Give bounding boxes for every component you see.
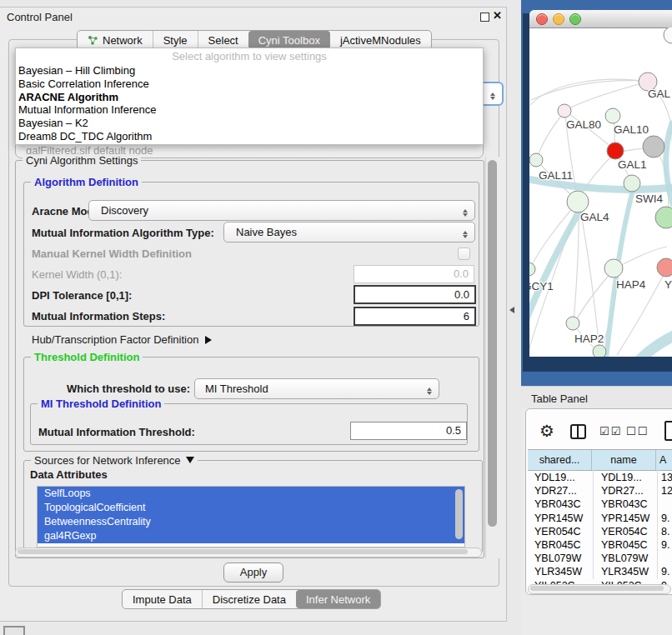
apply-button[interactable]: Apply — [223, 562, 283, 582]
network-node[interactable] — [655, 207, 672, 228]
network-window-titlebar[interactable] — [529, 10, 672, 28]
network-node[interactable] — [657, 258, 672, 277]
network-edge-thick[interactable] — [666, 123, 672, 204]
network-edge-thick[interactable] — [639, 334, 672, 357]
tab-jactivemnodules[interactable]: jActiveMNodules — [330, 31, 431, 49]
column-header-name[interactable]: name — [592, 450, 656, 470]
network-node[interactable] — [529, 262, 535, 276]
network-edge[interactable] — [575, 270, 614, 322]
table-cell: YLR345W — [534, 565, 593, 578]
algorithm-option[interactable]: Mutual Information Inference — [16, 103, 483, 117]
stepper-arrows-icon — [426, 384, 433, 398]
tab-style[interactable]: Style — [153, 31, 198, 49]
aracne-mode-select[interactable]: Discovery — [88, 200, 475, 221]
algorithm-option[interactable]: Bayesian – Hill Climbing — [16, 64, 483, 78]
sources-hscrollbar[interactable] — [15, 548, 482, 558]
sources-group-title[interactable]: Sources for Network Inference — [31, 454, 198, 468]
algorithm-dropdown-prompt: Select algorithm to view settings — [16, 50, 483, 62]
select-all-checkboxes-icon[interactable]: ☑☑ — [599, 425, 622, 438]
table-row[interactable]: YLR345WYLR345W9. — [528, 565, 672, 578]
network-node-label: SWI4 — [635, 192, 663, 205]
network-node[interactable] — [605, 108, 620, 123]
network-node-label: HAP2 — [574, 332, 604, 345]
close-window-button[interactable] — [536, 13, 548, 25]
network-node-label: GAL11 — [539, 169, 573, 182]
table-cell: YPR145W — [534, 512, 593, 525]
tab-discretize-data[interactable]: Discretize Data — [202, 590, 296, 608]
manual-kernel-width-checkbox[interactable] — [458, 248, 470, 260]
tab-cyni-toolbox[interactable]: Cyni Toolbox — [248, 31, 330, 49]
network-node[interactable] — [529, 153, 543, 167]
network-node[interactable] — [593, 345, 606, 357]
network-edge[interactable] — [537, 112, 564, 158]
column-header-shared-name[interactable]: shared... — [528, 450, 592, 470]
network-node-label: GAL1 — [618, 158, 647, 171]
network-node[interactable] — [567, 191, 589, 212]
manual-kernel-width-label: Manual Kernel Width Definition — [32, 248, 192, 260]
table-row[interactable]: YDR27...YDR27...12 — [528, 484, 672, 498]
close-icon[interactable]: ✕ — [493, 9, 502, 22]
column-header-third[interactable]: A — [656, 450, 672, 470]
table-cell: 12 — [661, 484, 672, 498]
algorithm-dropdown-popup: Select algorithm to view settings Bayesi… — [15, 48, 484, 145]
dpi-tolerance-field[interactable]: 0.0 — [354, 285, 476, 304]
algorithm-option[interactable]: ARACNE Algorithm — [16, 91, 483, 104]
table-row[interactable]: YPR145WYPR145W9. — [528, 512, 672, 525]
network-edge[interactable] — [531, 81, 646, 100]
table-row[interactable]: YBR045CYBR045C9. — [528, 538, 672, 552]
gear-icon[interactable]: ⚙ — [539, 422, 554, 439]
network-edge[interactable] — [579, 152, 615, 200]
panel-divider-collapse-icon[interactable] — [506, 307, 514, 313]
sources-hscrollbar-thumb[interactable] — [18, 549, 468, 554]
mi-threshold-field[interactable]: 0.5 — [350, 422, 467, 440]
network-node[interactable] — [664, 28, 672, 43]
tab-network[interactable]: Network — [78, 31, 153, 49]
algorithm-option[interactable]: Basic Correlation Inference — [16, 78, 483, 91]
kernel-width-field[interactable]: 0.0 — [354, 265, 474, 283]
network-node[interactable] — [566, 317, 579, 330]
table-hscrollbar-thumb[interactable] — [530, 586, 664, 591]
which-threshold-select[interactable]: MI Threshold — [194, 378, 439, 399]
settings-scrollbar-thumb[interactable] — [488, 160, 497, 527]
export-table-icon[interactable] — [664, 421, 672, 441]
table-cell: YBR043C — [534, 498, 593, 511]
tab-impute-data[interactable]: Impute Data — [123, 590, 202, 608]
network-node[interactable] — [624, 175, 640, 192]
mi-algorithm-type-select[interactable]: Naive Bayes — [223, 222, 475, 242]
algorithm-option[interactable]: Bayesian – K2 — [16, 117, 483, 130]
table-panel-header: Table Panel — [521, 386, 672, 409]
deselect-all-checkboxes-icon[interactable]: ☐☐ — [626, 425, 649, 438]
data-attribute-item[interactable]: BetweennessCentrality — [38, 515, 464, 529]
table-hscrollbar[interactable] — [528, 584, 671, 594]
algorithm-option[interactable]: Dream8 DC_TDC Algorithm — [16, 130, 483, 143]
control-panel-title: Control Panel — [7, 11, 73, 23]
network-node[interactable] — [558, 104, 571, 118]
minimize-window-button[interactable] — [553, 13, 564, 25]
network-node[interactable] — [604, 259, 623, 278]
hub-definition-toggle[interactable]: Hub/Transcription Factor Definition — [32, 333, 216, 346]
tab-select[interactable]: Select — [198, 31, 248, 49]
data-attribute-item[interactable]: gal4RGexp — [38, 529, 464, 543]
network-node[interactable] — [607, 142, 624, 159]
network-window[interactable]: GALGAL80GAL10GAL1GAL11SWI4GAL4GCY1HAP4YH… — [529, 10, 672, 357]
table-cell: YLR345W — [601, 565, 657, 578]
attributes-scrollbar-thumb[interactable] — [455, 489, 463, 539]
float-window-icon[interactable] — [480, 12, 489, 22]
columns-icon[interactable] — [570, 424, 586, 439]
network-node[interactable] — [643, 136, 664, 158]
minimized-panel-icon[interactable] — [3, 626, 25, 635]
network-edge[interactable] — [579, 205, 599, 350]
table-row[interactable]: YBR043CYBR043C — [528, 498, 672, 511]
stepper-arrows-icon — [462, 206, 469, 220]
network-canvas[interactable]: GALGAL80GAL10GAL1GAL11SWI4GAL4GCY1HAP4YH… — [529, 28, 672, 357]
data-attribute-item[interactable]: TopologicalCoefficient — [38, 501, 464, 515]
data-attribute-item[interactable]: SelfLoops — [38, 487, 464, 501]
table-row[interactable]: YER054CYER054C8. — [528, 525, 672, 538]
zoom-window-button[interactable] — [569, 13, 581, 25]
mi-steps-field[interactable]: 6 — [354, 307, 476, 326]
hub-definition-label: Hub/Transcription Factor Definition — [32, 333, 198, 346]
table-row[interactable]: YDL19...YDL19...13 — [528, 471, 672, 484]
tab-infer-network[interactable]: Infer Network — [296, 590, 380, 608]
network-edge[interactable] — [566, 82, 648, 110]
table-row[interactable]: YBL079WYBL079W — [528, 552, 672, 565]
